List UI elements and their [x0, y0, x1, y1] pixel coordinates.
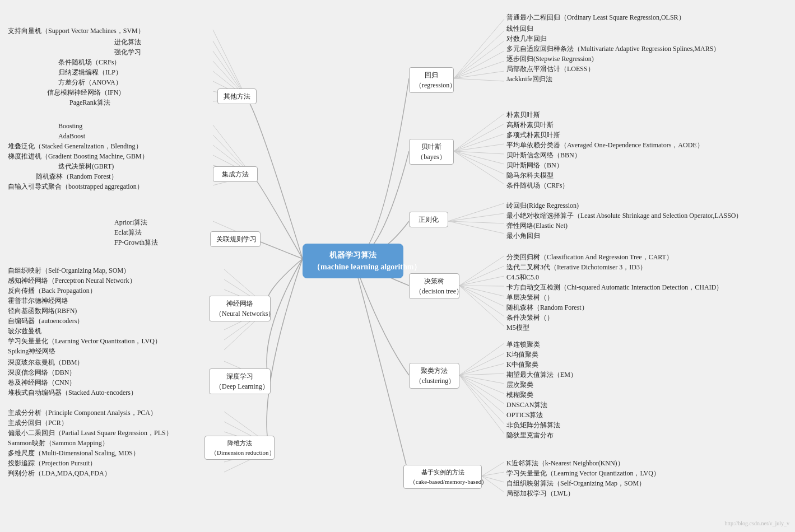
- center-node: 机器学习算法 （machine learning algorithm）: [303, 244, 403, 278]
- svg-line-19: [459, 256, 504, 286]
- center-sublabel: （machine learning algorithm）: [313, 263, 421, 271]
- clustering-node: 聚类方法（clustering）: [409, 363, 459, 389]
- svg-line-7: [454, 114, 504, 151]
- bayes-node: 贝叶斯（bayes）: [409, 139, 454, 165]
- svg-line-6: [454, 78, 504, 81]
- svg-line-12: [454, 151, 504, 164]
- svg-line-30: [459, 374, 504, 375]
- svg-line-22: [459, 286, 504, 286]
- svg-line-4: [454, 61, 504, 78]
- svg-line-17: [448, 221, 504, 223]
- svg-line-8: [454, 124, 504, 151]
- dimreduction-node: 降维方法（Dimension reduction）: [204, 436, 275, 460]
- svg-line-20: [459, 266, 504, 286]
- svg-line-21: [459, 276, 504, 286]
- dr7: 判别分析（LDA,MDA,QDA,FDA）: [6, 467, 113, 479]
- svg-line-2: [454, 41, 504, 78]
- svg-line-34: [459, 375, 504, 414]
- b8: 条件随机场（CRFs）: [504, 179, 571, 192]
- svg-line-37: [482, 462, 504, 476]
- r7: Jackknife回归法: [504, 73, 555, 85]
- assoc-node: 关联规则学习: [210, 231, 261, 247]
- svg-line-32: [459, 375, 504, 394]
- svg-line-11: [454, 151, 504, 154]
- other-node: 其他方法: [217, 88, 257, 104]
- svg-line-9: [454, 134, 504, 151]
- svg-line-25: [459, 286, 504, 316]
- regression-node: 回归（regression）: [409, 67, 454, 93]
- svg-line-27: [459, 343, 504, 375]
- svg-line-15: [448, 203, 504, 221]
- ot8: PageRank算法: [67, 96, 113, 109]
- svg-line-24: [459, 286, 504, 306]
- svg-line-3: [454, 51, 504, 78]
- svg-line-36: [459, 375, 504, 434]
- svg-line-29: [459, 363, 504, 375]
- decision-tree-node: 决策树（decision tree）: [409, 273, 459, 299]
- svg-line-35: [459, 375, 504, 424]
- svg-line-0: [454, 19, 504, 78]
- svg-line-1: [454, 31, 504, 78]
- r1: 普通最小二程回归（Ordinary Least Square Regressio…: [504, 11, 687, 24]
- reg4: 最小角回归: [504, 230, 542, 242]
- svg-line-18: [448, 221, 504, 234]
- neural-node: 神经网络（Neural Networks）: [209, 296, 271, 321]
- svg-line-33: [459, 375, 504, 404]
- svg-line-13: [454, 151, 504, 174]
- watermark: http://blog.csdn.net/v_july_v: [724, 520, 789, 526]
- svg-line-26: [459, 286, 504, 326]
- ot1: 支持向量机（Support Vector Machines，SVM）: [6, 25, 147, 37]
- deep-node: 深度学习（Deep Learning）: [209, 368, 271, 394]
- svg-line-28: [459, 353, 504, 375]
- dl4: 堆栈式自动编码器（Stacked Auto-encoders）: [6, 386, 140, 399]
- nn9: Spiking神经网络: [6, 345, 58, 357]
- center-label: 机器学习算法: [329, 251, 376, 259]
- svg-line-31: [459, 375, 504, 384]
- ar3: FP-Growth算法: [112, 236, 160, 249]
- in4: 局部加权学习（LWL）: [504, 487, 577, 500]
- en7: 自输入引导式聚合（bootstrapped aggregation）: [6, 180, 146, 193]
- mindmap-container: 机器学习算法 （machine learning algorithm） 回归（r…: [0, 0, 795, 532]
- regularization-node: 正则化: [409, 212, 448, 227]
- svg-line-23: [459, 286, 504, 296]
- instance-node: 基于实例的方法（cake-based/memory-based）: [403, 465, 482, 489]
- ensemble-node: 集成方法: [213, 166, 258, 182]
- svg-line-10: [454, 144, 504, 151]
- svg-line-38: [482, 472, 504, 476]
- svg-line-71: [213, 30, 247, 98]
- svg-line-5: [454, 71, 504, 78]
- svg-line-14: [454, 151, 504, 184]
- cl10: 隐狄里克雷分布: [504, 429, 556, 441]
- svg-line-16: [448, 213, 504, 221]
- dt8: M5模型: [504, 321, 532, 334]
